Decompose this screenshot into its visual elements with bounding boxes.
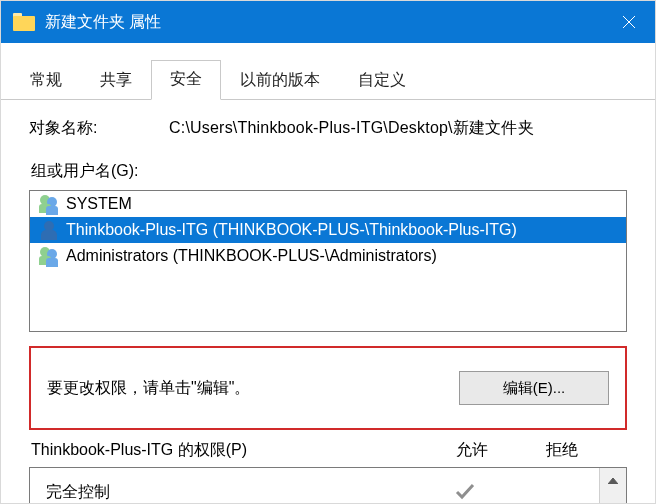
- principal-name: Administrators (THINKBOOK-PLUS-\Administ…: [66, 247, 437, 265]
- scrollbar[interactable]: [599, 468, 626, 504]
- user-icon: [38, 220, 60, 240]
- titlebar: 新建文件夹 属性: [1, 1, 655, 43]
- tab-general[interactable]: 常规: [11, 61, 81, 100]
- list-item[interactable]: Thinkbook-Plus-ITG (THINKBOOK-PLUS-\Thin…: [30, 217, 626, 243]
- allow-cell: [420, 482, 510, 503]
- tab-content: 对象名称: C:\Users\Thinkbook-Plus-ITG\Deskto…: [1, 100, 655, 504]
- principals-listbox[interactable]: SYSTEM Thinkbook-Plus-ITG (THINKBOOK-PLU…: [29, 190, 627, 332]
- allow-column-header: 允许: [427, 440, 517, 461]
- tab-previous-versions[interactable]: 以前的版本: [221, 61, 339, 100]
- edit-button[interactable]: 编辑(E)...: [459, 371, 609, 405]
- window-title: 新建文件夹 属性: [45, 12, 603, 33]
- tab-sharing[interactable]: 共享: [81, 61, 151, 100]
- close-icon: [622, 15, 636, 29]
- principal-name: SYSTEM: [66, 195, 132, 213]
- permission-name: 完全控制: [30, 482, 420, 503]
- principal-name: Thinkbook-Plus-ITG (THINKBOOK-PLUS-\Thin…: [66, 221, 517, 239]
- permissions-title: Thinkbook-Plus-ITG 的权限(P): [31, 440, 427, 461]
- close-button[interactable]: [603, 1, 655, 43]
- check-icon: [454, 482, 476, 500]
- folder-icon: [13, 13, 35, 31]
- edit-callout: 要更改权限，请单击"编辑"。 编辑(E)...: [29, 346, 627, 430]
- list-item[interactable]: Administrators (THINKBOOK-PLUS-\Administ…: [30, 243, 626, 269]
- edit-hint: 要更改权限，请单击"编辑"。: [47, 378, 250, 399]
- groups-label: 组或用户名(G):: [31, 161, 627, 182]
- group-icon: [38, 246, 60, 266]
- tab-strip: 常规 共享 安全 以前的版本 自定义: [1, 57, 655, 100]
- tab-security[interactable]: 安全: [151, 60, 221, 100]
- deny-column-header: 拒绝: [517, 440, 607, 461]
- tab-customize[interactable]: 自定义: [339, 61, 425, 100]
- group-icon: [38, 194, 60, 214]
- list-item[interactable]: SYSTEM: [30, 191, 626, 217]
- permissions-header: Thinkbook-Plus-ITG 的权限(P) 允许 拒绝: [31, 440, 625, 461]
- object-path: C:\Users\Thinkbook-Plus-ITG\Desktop\新建文件…: [169, 118, 627, 139]
- object-name-row: 对象名称: C:\Users\Thinkbook-Plus-ITG\Deskto…: [29, 118, 627, 139]
- permissions-listbox[interactable]: 完全控制: [29, 467, 627, 504]
- chevron-up-icon: [608, 478, 618, 484]
- object-name-label: 对象名称:: [29, 118, 169, 139]
- scroll-up-button[interactable]: [600, 468, 626, 494]
